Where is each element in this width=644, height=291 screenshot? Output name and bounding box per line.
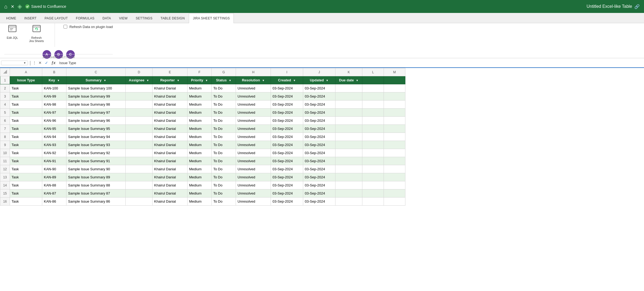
cell-priority[interactable]: Medium: [187, 117, 212, 125]
cell-resolution[interactable]: Unresolved: [236, 165, 271, 173]
cell-priority[interactable]: Medium: [187, 92, 212, 101]
cell-due-date[interactable]: [335, 189, 362, 198]
row-header[interactable]: 16: [0, 198, 10, 206]
cell-summary[interactable]: Sample Issue Summary 99: [66, 92, 126, 101]
cell-assignee[interactable]: [126, 198, 153, 206]
cell-reporter[interactable]: Khairul Danial: [153, 109, 187, 117]
link-icon[interactable]: 🔗: [634, 4, 640, 9]
cell-created[interactable]: 03-Sep-2024: [271, 117, 303, 125]
cell-key[interactable]: KAN-100: [42, 84, 66, 92]
col-header-k[interactable]: K: [335, 68, 362, 76]
cell-resolution[interactable]: Unresolved: [236, 198, 271, 206]
cell-assignee[interactable]: [126, 125, 153, 133]
row-header-1[interactable]: 1: [0, 76, 10, 84]
cell-issue-type[interactable]: Task: [10, 157, 42, 165]
formula-more-icon[interactable]: ⋮: [33, 61, 36, 65]
cell-created[interactable]: 03-Sep-2024: [271, 92, 303, 101]
cell-reporter[interactable]: Khairul Danial: [153, 92, 187, 101]
cell-due-date[interactable]: [335, 149, 362, 157]
cell-status[interactable]: To Do: [212, 101, 236, 109]
cell-due-date[interactable]: [335, 133, 362, 141]
cell-status[interactable]: To Do: [212, 125, 236, 133]
cell-updated[interactable]: 03-Sep-2024: [303, 92, 335, 101]
col-header-e[interactable]: E: [153, 68, 187, 76]
col-header-i[interactable]: I: [271, 68, 303, 76]
cell-key[interactable]: KAN-99: [42, 92, 66, 101]
cell-reporter[interactable]: Khairul Danial: [153, 181, 187, 189]
cell-l[interactable]: [362, 84, 384, 92]
cell-due-date[interactable]: [335, 101, 362, 109]
cell-priority[interactable]: Medium: [187, 181, 212, 189]
cell-m[interactable]: [384, 125, 405, 133]
col-header-m[interactable]: M: [384, 68, 405, 76]
cell-updated[interactable]: 03-Sep-2024: [303, 84, 335, 92]
cell-due-date[interactable]: [335, 173, 362, 181]
cell-key[interactable]: KAN-98: [42, 101, 66, 109]
cell-status[interactable]: To Do: [212, 189, 236, 198]
row-header[interactable]: 10: [0, 149, 10, 157]
cell-updated[interactable]: 03-Sep-2024: [303, 173, 335, 181]
cell-l[interactable]: [362, 117, 384, 125]
cell-status[interactable]: To Do: [212, 165, 236, 173]
cell-resolution[interactable]: Unresolved: [236, 173, 271, 181]
col-header-f[interactable]: F: [187, 68, 212, 76]
cell-created[interactable]: 03-Sep-2024: [271, 198, 303, 206]
cell-l[interactable]: [362, 109, 384, 117]
cell-issue-type[interactable]: Task: [10, 109, 42, 117]
cell-priority[interactable]: Medium: [187, 141, 212, 149]
refresh-button[interactable]: RefreshJira Sheets: [27, 23, 46, 44]
cell-priority[interactable]: Medium: [187, 109, 212, 117]
cell-m[interactable]: [384, 117, 405, 125]
cell-m[interactable]: [384, 84, 405, 92]
formula-confirm-btn[interactable]: ✓: [44, 60, 49, 65]
cell-l[interactable]: [362, 157, 384, 165]
tab-table-design[interactable]: TABLE DESIGN: [157, 13, 189, 23]
cell-updated[interactable]: 03-Sep-2024: [303, 133, 335, 141]
cell-status[interactable]: To Do: [212, 198, 236, 206]
cell-resolution[interactable]: Unresolved: [236, 157, 271, 165]
cell-resolution[interactable]: Unresolved: [236, 101, 271, 109]
col-header-d[interactable]: D: [126, 68, 153, 76]
cell-due-date[interactable]: [335, 198, 362, 206]
cell-assignee[interactable]: [126, 173, 153, 181]
col-header-c[interactable]: C: [66, 68, 126, 76]
formula-fx-btn[interactable]: ƒx: [50, 60, 57, 65]
cell-summary[interactable]: Sample Issue Summary 91: [66, 157, 126, 165]
tab-page-layout[interactable]: PAGE LAYOUT: [41, 13, 72, 23]
cell-status[interactable]: To Do: [212, 157, 236, 165]
cell-updated[interactable]: 03-Sep-2024: [303, 117, 335, 125]
cell-status[interactable]: To Do: [212, 92, 236, 101]
tab-jira-sheet-settings[interactable]: JIRA SHEET SETTINGS: [189, 13, 234, 23]
cell-key[interactable]: KAN-86: [42, 198, 66, 206]
cell-issue-type[interactable]: Task: [10, 173, 42, 181]
cell-updated[interactable]: 03-Sep-2024: [303, 189, 335, 198]
cell-summary[interactable]: Sample Issue Summary 93: [66, 141, 126, 149]
formula-cancel-btn[interactable]: ✕: [37, 60, 43, 65]
row-header[interactable]: 8: [0, 133, 10, 141]
cell-assignee[interactable]: [126, 109, 153, 117]
cell-resolution[interactable]: Unresolved: [236, 133, 271, 141]
cell-updated[interactable]: 03-Sep-2024: [303, 198, 335, 206]
cell-summary[interactable]: Sample Issue Summary 97: [66, 109, 126, 117]
cell-l[interactable]: [362, 198, 384, 206]
tab-view[interactable]: VIEW: [115, 13, 132, 23]
cell-created[interactable]: 03-Sep-2024: [271, 181, 303, 189]
cell-key[interactable]: KAN-92: [42, 149, 66, 157]
cell-l[interactable]: [362, 181, 384, 189]
cell-key[interactable]: KAN-96: [42, 117, 66, 125]
cell-summary[interactable]: Sample Issue Summary 87: [66, 189, 126, 198]
cell-issue-type[interactable]: Task: [10, 133, 42, 141]
cell-assignee[interactable]: [126, 165, 153, 173]
cell-created[interactable]: 03-Sep-2024: [271, 101, 303, 109]
header-summary[interactable]: Summary ▼: [66, 76, 126, 84]
cell-m[interactable]: [384, 157, 405, 165]
cell-m[interactable]: [384, 92, 405, 101]
cell-status[interactable]: To Do: [212, 117, 236, 125]
cell-m[interactable]: [384, 198, 405, 206]
row-header[interactable]: 11: [0, 157, 10, 165]
row-header[interactable]: 13: [0, 173, 10, 181]
cell-issue-type[interactable]: Task: [10, 84, 42, 92]
cell-priority[interactable]: Medium: [187, 189, 212, 198]
row-header[interactable]: 2: [0, 84, 10, 92]
col-header-l[interactable]: L: [362, 68, 384, 76]
